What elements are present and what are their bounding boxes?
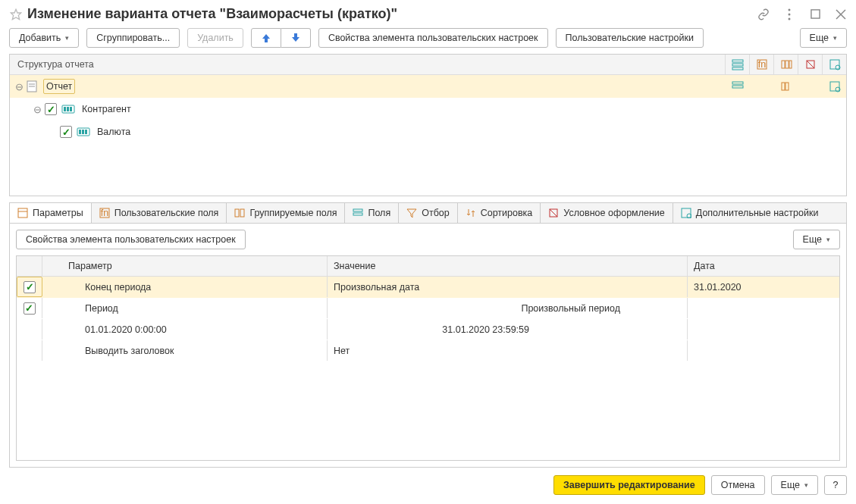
structure-tree[interactable]: ⊖ Отчет ⊖ bbox=[10, 75, 846, 196]
svg-rect-40 bbox=[235, 209, 239, 217]
svg-rect-31 bbox=[70, 107, 72, 111]
svg-rect-33 bbox=[79, 130, 81, 134]
report-doc-icon bbox=[25, 81, 39, 92]
svg-rect-43 bbox=[353, 213, 362, 215]
row-checkbox[interactable] bbox=[24, 302, 36, 315]
tab-label: Отбор bbox=[422, 208, 450, 218]
col-check-header bbox=[17, 256, 42, 276]
param-user-settings-props-button[interactable]: Свойства элемента пользовательских настр… bbox=[16, 230, 246, 249]
param-date: 31.01.2020 bbox=[694, 282, 742, 293]
add-button[interactable]: Добавить ▾ bbox=[9, 28, 79, 48]
svg-rect-13 bbox=[785, 61, 789, 68]
finish-editing-button[interactable]: Завершить редактирование bbox=[553, 475, 705, 495]
param-name: Выводить заголовок bbox=[68, 346, 174, 356]
user-settings-props-button[interactable]: Свойства элемента пользовательских настр… bbox=[318, 28, 548, 48]
param-value: Произвольный период bbox=[334, 303, 681, 314]
param-name: Период bbox=[68, 303, 118, 314]
label: ? bbox=[833, 481, 839, 490]
tab-conditional[interactable]: Условное оформление bbox=[541, 203, 673, 223]
svg-rect-26 bbox=[830, 82, 839, 91]
close-icon[interactable] bbox=[835, 8, 847, 20]
row-icon-1[interactable] bbox=[725, 75, 749, 98]
tab-sort[interactable]: Сортировка bbox=[458, 203, 541, 223]
row-icon-2 bbox=[749, 75, 773, 98]
move-down-button[interactable] bbox=[281, 28, 311, 48]
param-toolbar: Свойства элемента пользовательских настр… bbox=[16, 230, 840, 249]
row-checkbox[interactable] bbox=[24, 281, 36, 293]
group-button[interactable]: Сгруппировать... bbox=[86, 28, 180, 48]
tab-parameters[interactable]: Параметры bbox=[10, 203, 92, 224]
col-icon-5[interactable] bbox=[822, 55, 846, 75]
sort-icon bbox=[466, 208, 476, 218]
fields-icon bbox=[353, 208, 363, 218]
tree-checkbox[interactable] bbox=[60, 126, 72, 138]
group-label: Сгруппировать... bbox=[96, 33, 170, 43]
tab-extra[interactable]: Дополнительные настройки bbox=[673, 203, 826, 223]
move-up-button[interactable] bbox=[251, 28, 281, 48]
param-name: 01.01.2020 0:00:00 bbox=[68, 324, 167, 335]
col-icon-2[interactable]: fn bbox=[749, 55, 773, 75]
grid-row[interactable]: Выводить заголовок Нет bbox=[17, 340, 839, 362]
delete-button[interactable]: Удалить bbox=[187, 28, 243, 48]
tree-row-level1[interactable]: ⊖ Контрагент bbox=[10, 98, 846, 121]
svg-rect-41 bbox=[240, 209, 244, 217]
param-more-button[interactable]: Еще ▾ bbox=[793, 230, 840, 249]
move-buttons bbox=[251, 28, 311, 48]
col-date-header[interactable]: Дата bbox=[688, 256, 839, 276]
label: Завершить редактирование bbox=[563, 481, 695, 490]
footer: Завершить редактирование Отмена Еще ▾ ? bbox=[9, 475, 847, 495]
tab-label: Пользовательские поля bbox=[114, 208, 219, 218]
footer-more-button[interactable]: Еще ▾ bbox=[771, 475, 818, 495]
svg-rect-9 bbox=[732, 67, 743, 70]
tab-user-fields[interactable]: fn Пользовательские поля bbox=[92, 203, 227, 223]
add-label: Добавить bbox=[19, 33, 61, 43]
grid-row[interactable]: Конец периода Произвольная дата 31.01.20… bbox=[17, 277, 839, 298]
user-settings-button[interactable]: Пользовательские настройки bbox=[556, 28, 704, 48]
svg-rect-22 bbox=[732, 82, 743, 84]
svg-rect-17 bbox=[830, 60, 839, 69]
expand-icon[interactable]: ⊖ bbox=[14, 82, 24, 92]
tree-row-level2[interactable]: Валюта bbox=[10, 121, 846, 143]
more-button[interactable]: Еще ▾ bbox=[800, 28, 847, 48]
col-icon-3[interactable] bbox=[773, 55, 798, 75]
param-value: Произвольная дата bbox=[334, 282, 419, 293]
row-icon-5[interactable] bbox=[822, 75, 846, 98]
row-icon-3[interactable] bbox=[773, 75, 798, 98]
tree-checkbox[interactable] bbox=[45, 103, 57, 115]
col-icon-1[interactable] bbox=[725, 55, 749, 75]
structure-header: Структура отчета fn bbox=[10, 55, 846, 75]
maximize-icon[interactable] bbox=[809, 8, 821, 20]
svg-text:fn: fn bbox=[757, 59, 765, 70]
svg-line-45 bbox=[550, 209, 557, 217]
dropdown-caret-icon: ▾ bbox=[833, 35, 837, 42]
delete-label: Удалить bbox=[197, 33, 234, 43]
user-settings-label: Пользовательские настройки bbox=[566, 33, 694, 43]
svg-rect-34 bbox=[82, 130, 84, 134]
tab-fields[interactable]: Поля bbox=[345, 203, 399, 223]
link-icon[interactable] bbox=[757, 8, 770, 20]
tree-label-level2: Валюта bbox=[95, 125, 133, 139]
extra-icon bbox=[681, 208, 691, 218]
params-grid-body[interactable]: Конец периода Произвольная дата 31.01.20… bbox=[17, 277, 839, 460]
svg-rect-42 bbox=[353, 209, 362, 211]
structure-header-title: Структура отчета bbox=[10, 59, 725, 70]
tab-label: Условное оформление bbox=[563, 208, 664, 218]
svg-rect-4 bbox=[811, 10, 819, 18]
help-button[interactable]: ? bbox=[824, 475, 847, 495]
grid-row[interactable]: Период Произвольный период bbox=[17, 298, 839, 319]
tree-row-root[interactable]: ⊖ Отчет bbox=[10, 75, 846, 98]
user-fields-icon: fn bbox=[99, 208, 110, 218]
favorite-star-icon[interactable] bbox=[9, 8, 23, 21]
col-icon-4[interactable] bbox=[798, 55, 822, 75]
col-param-header[interactable]: Параметр bbox=[62, 256, 328, 276]
expand-icon[interactable]: ⊖ bbox=[33, 105, 42, 114]
kebab-menu-icon[interactable] bbox=[783, 8, 795, 20]
grid-row[interactable]: 01.01.2020 0:00:00 31.01.2020 23:59:59 bbox=[17, 319, 839, 340]
tab-filter[interactable]: Отбор bbox=[399, 203, 458, 223]
col-value-header[interactable]: Значение bbox=[328, 256, 688, 276]
tab-label: Сортировка bbox=[481, 208, 533, 218]
cancel-button[interactable]: Отмена bbox=[711, 475, 765, 495]
tab-label: Дополнительные настройки bbox=[696, 208, 819, 218]
svg-point-1 bbox=[789, 8, 791, 11]
tab-group-fields[interactable]: Группируемые поля bbox=[227, 203, 345, 223]
